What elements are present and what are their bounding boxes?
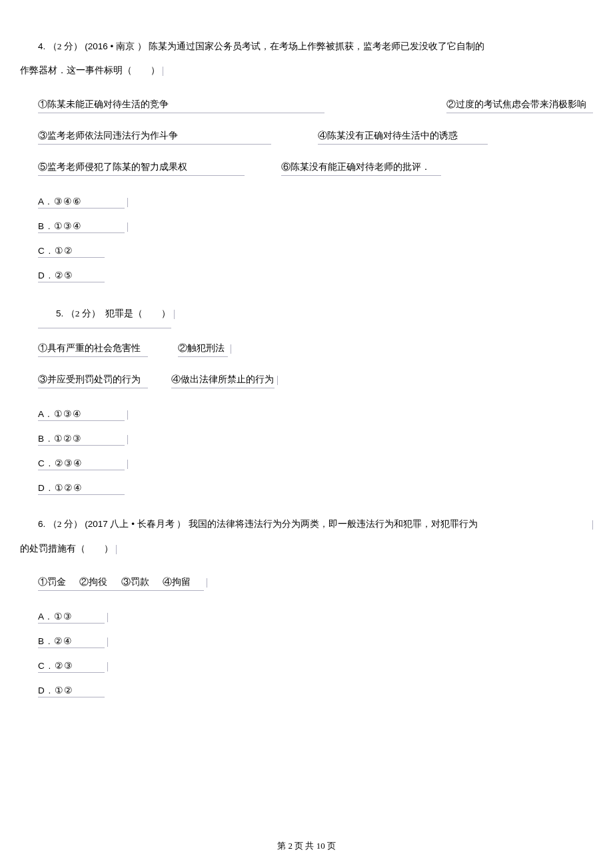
q6-statement-1: ①罚金	[38, 577, 66, 587]
page-footer: 第 2 页 共 10 页	[0, 840, 613, 852]
q6-statement-2: ②拘役	[79, 577, 107, 587]
q4-option-d[interactable]: D . ②⑤	[38, 267, 105, 282]
q4-statements-row3: ⑤监考老师侵犯了陈某的智力成果权 ⑥陈某没有能正确对待老师的批评．	[38, 159, 593, 176]
q6-statement-3: ③罚款	[121, 577, 149, 587]
q5-statement-4: ④做出法律所禁止的行为	[171, 372, 275, 388]
cursor-mark	[277, 376, 278, 385]
q6-option-c[interactable]: C . ②③	[38, 657, 105, 673]
cursor-mark	[127, 222, 128, 232]
cursor-mark	[231, 344, 231, 354]
q5-option-a[interactable]: A . ①③④	[38, 406, 125, 421]
q4-option-b[interactable]: B . ①③④	[38, 218, 125, 233]
q4-statement-1: ①陈某未能正确对待生活的竞争	[38, 97, 324, 113]
cursor-mark	[107, 662, 108, 671]
cursor-mark	[127, 435, 128, 444]
q4-stem-line2: 作弊器材．这一事件标明（ ）	[20, 59, 593, 83]
q6-option-d[interactable]: D . ①②	[38, 682, 105, 697]
cursor-mark	[127, 460, 128, 469]
q5-option-d[interactable]: D . ①②④	[38, 480, 125, 495]
q4-statements-row2: ③监考老师依法同违法行为作斗争 ④陈某没有正确对待生活中的诱惑	[38, 128, 593, 145]
q4-statement-5: ⑤监考老师侵犯了陈某的智力成果权	[38, 159, 245, 176]
q5-statement-2: ②触犯刑法	[178, 340, 228, 357]
question-4: 4. （2 分） (2016 • 南京 ） 陈某为通过国家公务员考试，在考场上作…	[20, 35, 593, 292]
q6-statements-row: ①罚金 ②拘役 ③罚款 ④拘留	[38, 574, 593, 591]
q4-option-c[interactable]: C . ①②	[38, 242, 105, 258]
cursor-mark	[127, 198, 128, 207]
q4-stem-line1: 4. （2 分） (2016 • 南京 ） 陈某为通过国家公务员考试，在考场上作…	[20, 35, 593, 59]
q6-statement-group: ①罚金 ②拘役 ③罚款 ④拘留	[38, 574, 204, 591]
q4-statement-2: ②过度的考试焦虑会带来消极影响	[446, 97, 593, 113]
cursor-mark	[127, 410, 128, 420]
q5-option-c[interactable]: C . ②③④	[38, 455, 125, 470]
cursor-mark	[207, 578, 207, 588]
q6-stem-line1: 6. （2 分） (2017 八上 • 长春月考 ） 我国的法律将违法行为分为两…	[20, 512, 593, 536]
q6-stem-line2: 的处罚措施有（ ）	[20, 537, 593, 561]
cursor-mark	[592, 520, 593, 530]
q4-statements-row1: ①陈某未能正确对待生活的竞争 ②过度的考试焦虑会带来消极影响	[38, 97, 593, 113]
cursor-mark	[116, 545, 117, 554]
q6-statement-4: ④拘留	[163, 577, 191, 587]
q4-option-a[interactable]: A . ③④⑥	[38, 193, 125, 209]
cursor-mark	[107, 638, 108, 647]
question-6: 6. （2 分） (2017 八上 • 长春月考 ） 我国的法律将违法行为分为两…	[20, 512, 593, 707]
q5-statement-1: ①具有严重的社会危害性	[38, 340, 148, 357]
q4-statement-6: ⑥陈某没有能正确对待老师的批评．	[281, 159, 441, 176]
q4-statement-4: ④陈某没有正确对待生活中的诱惑	[318, 128, 488, 145]
q4-statement-3: ③监考老师依法同违法行为作斗争	[38, 128, 271, 145]
q5-statements-row1: ①具有严重的社会危害性 ②触犯刑法	[38, 340, 593, 357]
cursor-mark	[174, 310, 175, 319]
cursor-mark	[107, 613, 108, 622]
q5-statements-row2: ③并应受刑罚处罚的行为 ④做出法律所禁止的行为	[38, 372, 593, 388]
q5-stem: 5. （2 分） 犯罪是（ ）	[20, 300, 593, 328]
q6-option-a[interactable]: A . ①③	[38, 608, 105, 624]
q5-option-b[interactable]: B . ①②③	[38, 430, 125, 446]
document-page: 4. （2 分） (2016 • 南京 ） 陈某为通过国家公务员考试，在考场上作…	[0, 0, 613, 707]
question-5: 5. （2 分） 犯罪是（ ） ①具有严重的社会危害性 ②触犯刑法 ③并应受刑罚…	[20, 300, 593, 504]
cursor-mark	[163, 67, 163, 76]
q6-option-b[interactable]: B . ②④	[38, 633, 105, 648]
q5-statement-3: ③并应受刑罚处罚的行为	[38, 372, 148, 388]
